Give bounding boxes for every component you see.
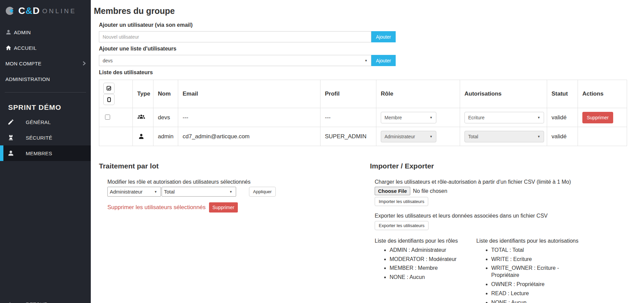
sidebar-item-label: ACCUEIL [14, 45, 37, 51]
deselect-all-button[interactable] [103, 94, 115, 105]
table-row: devs --- --- Membre Ecriture validé Supp… [99, 108, 627, 127]
chevron-right-icon [81, 61, 87, 66]
add-user-button[interactable]: Ajouter [371, 31, 396, 42]
app-logo[interactable]: C&D ONLINE [0, 0, 91, 16]
sidebar-item-label: RETOUR [26, 301, 48, 303]
list-item: ADMIN : Administrateur [390, 247, 476, 254]
sidebar-item-admin[interactable]: ADMIN [0, 24, 91, 40]
col-header-email: Email [178, 80, 320, 108]
select-all-button[interactable] [103, 83, 115, 94]
new-user-input[interactable] [99, 31, 371, 42]
list-item: WRITE_OWNER : Ecriture - Propriétaire [491, 265, 588, 279]
col-header-type: Type [133, 80, 153, 108]
row-select-checkbox[interactable] [105, 115, 110, 120]
person-icon [137, 133, 145, 141]
col-header-statut: Statut [547, 80, 578, 108]
no-file-chosen-text: No file chosen [413, 188, 447, 194]
add-list-label: Ajouter une liste d'utilisateurs [99, 46, 644, 52]
batch-role-select[interactable]: Administrateur [107, 187, 161, 197]
brand-subtext: ONLINE [42, 8, 77, 14]
status-cell: validé [547, 127, 578, 146]
status-cell: validé [547, 108, 578, 127]
table-header-row: Type Nom Email Profil Rôle Autorisations… [99, 80, 627, 108]
list-item: READ : Lecture [491, 290, 588, 297]
deselect-all-icon [106, 97, 112, 103]
table-row: admin cd7_admin@articque.com SUPER_ADMIN… [99, 127, 627, 146]
users-table-label: Liste des utilisateurs [99, 69, 644, 76]
import-csv-label: Charger les utilisateurs et rôle-autoris… [375, 179, 644, 185]
cell-profil: --- [320, 108, 376, 127]
delete-selected-button[interactable]: Supprimer [209, 202, 238, 213]
rook-icon [7, 134, 14, 141]
sidebar-item-membres[interactable]: MEMBRES [0, 145, 91, 161]
home-icon [5, 45, 12, 51]
add-list-button[interactable]: Ajouter [371, 55, 396, 66]
batch-section: Traitement par lot Modifier les rôle et … [99, 162, 370, 303]
cell-nom: devs [153, 108, 178, 127]
user-list-select-wrap: devs [99, 55, 371, 66]
user-icon [5, 29, 12, 35]
cell-profil: SUPER_ADMIN [320, 127, 376, 146]
batch-role-select-wrap: Administrateur [107, 187, 161, 197]
autorisation-select-disabled: Total [464, 131, 544, 142]
list-item: NONE : Aucun [390, 274, 476, 281]
sidebar-nav: ADMIN ACCUEIL MON COMPTE ADMINISTRATION [0, 24, 91, 87]
add-user-label: Ajouter un utilisateur (via son email) [99, 22, 644, 28]
export-csv-label: Exporter les utilisateurs et leurs donné… [375, 213, 644, 219]
autorisations-id-list-title: Liste des identifiants pour les autorisa… [476, 238, 588, 245]
list-item: WRITE : Ecriture [491, 256, 588, 263]
batch-modify-label: Modifier les rôle et autorisation des ut… [107, 179, 370, 185]
sidebar-item-general[interactable]: GÉNÉRAL [0, 114, 91, 130]
batch-autorisation-select[interactable]: Total [162, 187, 236, 197]
role-select-wrap: Membre [381, 112, 436, 123]
sidebar-divider [5, 92, 86, 93]
sidebar-item-administration[interactable]: ADMINISTRATION [0, 71, 91, 87]
select-all-icon [106, 85, 112, 92]
batch-title: Traitement par lot [99, 162, 370, 170]
col-header-profil: Profil [320, 80, 376, 108]
cell-email: cd7_admin@articque.com [178, 127, 320, 146]
list-item: MEMBER : Membre [390, 265, 476, 272]
apply-button[interactable]: Appliquer [249, 187, 276, 197]
role-select[interactable]: Membre [381, 112, 436, 123]
batch-autorisation-select-wrap: Total [162, 187, 236, 197]
import-users-button[interactable]: Importer les utilisateurs [375, 197, 428, 206]
sidebar-item-label: MON COMPTE [5, 61, 41, 66]
sidebar: C&D ONLINE ADMIN ACCUEIL MON COMPTE ADMI… [0, 0, 91, 303]
sidebar-item-label: SÉCURITÉ [26, 135, 52, 141]
sidebar-item-accueil[interactable]: ACCUEIL [0, 40, 91, 56]
brand-text: C&D [18, 6, 40, 16]
list-item: TOTAL : Total [491, 247, 588, 254]
sidebar-item-label: GÉNÉRAL [26, 119, 51, 125]
autorisation-select-wrap: Ecriture [464, 112, 544, 123]
sidebar-item-label: ADMIN [14, 29, 31, 35]
autorisation-select[interactable]: Ecriture [464, 112, 544, 123]
export-users-button[interactable]: Exporter les utilisateurs [375, 221, 429, 230]
role-select-disabled: Administrateur [381, 131, 436, 142]
brand-icon [5, 6, 16, 16]
roles-id-list-title: Liste des identifiants pour les rôles [375, 238, 476, 245]
sidebar-item-retour[interactable]: RETOUR [0, 296, 91, 303]
autorisations-id-list: Liste des identifiants pour les autorisa… [476, 238, 588, 303]
page-title: Membres du groupe [94, 6, 644, 16]
sidebar-item-label: ADMINISTRATION [5, 76, 50, 82]
cell-nom: admin [153, 127, 178, 146]
roles-id-list: Liste des identifiants pour les rôles AD… [375, 238, 476, 303]
delete-row-button[interactable]: Supprimer [582, 112, 613, 123]
import-export-title: Importer / Exporter [370, 162, 644, 170]
sidebar-item-mon-compte[interactable]: MON COMPTE [0, 56, 91, 71]
list-item: OWNER : Propriétaire [491, 281, 588, 288]
import-export-section: Importer / Exporter Charger les utilisat… [370, 162, 644, 303]
autorisation-select-wrap: Total [464, 131, 544, 142]
list-item: MODERATOR : Modérateur [390, 256, 476, 263]
user-icon [7, 150, 14, 157]
role-select-wrap: Administrateur [381, 131, 436, 142]
col-header-autorisations: Autorisations [460, 80, 547, 108]
sidebar-item-label: MEMBRES [26, 150, 52, 156]
group-icon [137, 114, 145, 122]
sidebar-item-securite[interactable]: SÉCURITÉ [0, 130, 91, 145]
choose-file-button[interactable]: Choose File [375, 187, 410, 195]
pencil-icon [7, 119, 14, 125]
col-header-role: Rôle [376, 80, 460, 108]
user-list-select[interactable]: devs [99, 55, 371, 66]
